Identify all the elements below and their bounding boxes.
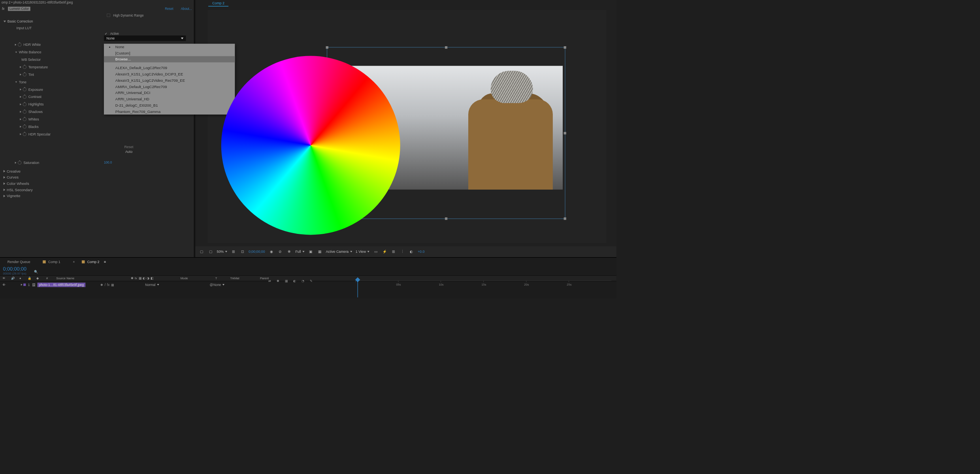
time-ruler[interactable]: 05s 10s 15s 20s 25s — [355, 280, 611, 288]
stopwatch-icon[interactable] — [23, 73, 26, 76]
lut-option[interactable]: AlexaV3_K1S1_LogC2Video_DCIP3_EE — [104, 71, 235, 77]
stopwatch-icon[interactable] — [18, 161, 21, 165]
fx-badge[interactable]: fx — [107, 283, 109, 286]
lut-option[interactable]: ARRI_Universal_DCI — [104, 90, 235, 96]
stopwatch-icon[interactable] — [23, 118, 26, 121]
section-curves[interactable]: Curves — [4, 174, 33, 181]
flowchart-icon[interactable]: ⋮ — [400, 250, 405, 254]
stopwatch-icon[interactable] — [23, 88, 26, 91]
reset-button[interactable]: Reset — [122, 144, 136, 149]
fx-icon[interactable]: fx — [135, 276, 137, 280]
lut-option[interactable]: AMIRA_Default_LogC2Rec709 — [104, 83, 235, 90]
resize-handle[interactable] — [326, 46, 328, 49]
effect-name-badge[interactable]: Lumetri Color — [8, 7, 30, 11]
parent-dropdown[interactable]: None — [213, 283, 243, 286]
hdr-checkbox[interactable] — [107, 14, 110, 17]
lut-option[interactable]: Phantom_Rec709_Gamma — [104, 108, 235, 115]
lock-icon[interactable]: 🔒 — [28, 276, 31, 280]
lut-option-browse[interactable]: Browse... — [104, 56, 235, 62]
frame-blend-icon[interactable]: ▦ — [139, 276, 141, 280]
graph-icon[interactable]: ◔ — [302, 279, 304, 282]
frame-blend-toggle[interactable]: ▦ — [111, 283, 114, 286]
eye-toggle[interactable]: 👁 — [2, 283, 6, 286]
saturation-value[interactable]: 100.0 — [104, 160, 112, 164]
lut-option[interactable]: ARRI_Universal_HD — [104, 96, 235, 102]
prop-blacks[interactable]: Blacks — [0, 123, 194, 130]
reset-exposure-icon[interactable]: ◐ — [409, 250, 414, 254]
mask-icon[interactable]: ⊡ — [239, 250, 245, 254]
stopwatch-icon[interactable] — [23, 110, 26, 114]
exposure-value[interactable]: +0.0 — [418, 250, 424, 254]
resize-handle[interactable] — [564, 132, 566, 134]
3d-icon[interactable]: ◧ — [151, 276, 153, 280]
stopwatch-icon[interactable] — [23, 65, 26, 69]
transparency-icon[interactable]: ▦ — [317, 250, 322, 254]
timeline-icon[interactable]: ⊞ — [391, 250, 396, 254]
screen-icon[interactable]: ▢ — [199, 250, 204, 254]
shy-icon[interactable]: ✱ — [131, 276, 133, 280]
timeline-timecode[interactable]: 0;00;00;00 — [1, 266, 26, 272]
current-time-indicator[interactable] — [356, 278, 359, 298]
monitor-icon[interactable]: ▢ — [208, 250, 213, 254]
grid-icon[interactable]: ⊞ — [231, 250, 236, 254]
tab-comp2[interactable]: × Comp 2 ≡ — [70, 258, 108, 265]
input-lut-dropdown[interactable]: None — [104, 36, 186, 41]
brainstorm-icon[interactable]: ✎ — [310, 279, 313, 282]
stopwatch-icon[interactable] — [23, 95, 26, 99]
stopwatch-icon[interactable] — [23, 103, 26, 106]
motion-blur-icon[interactable]: ◐ — [143, 276, 145, 280]
section-color-wheels[interactable]: Color Wheels — [4, 181, 33, 187]
resize-handle[interactable] — [445, 46, 447, 49]
label-icon[interactable]: ◆ — [36, 276, 41, 280]
about-link[interactable]: About... — [181, 7, 192, 10]
search-icon[interactable]: 🔍 — [34, 270, 38, 275]
resize-handle[interactable] — [564, 217, 566, 220]
resize-handle[interactable] — [564, 46, 566, 49]
tab-comp1[interactable]: Comp 1 — [40, 258, 63, 265]
stopwatch-icon[interactable] — [23, 132, 26, 136]
graph-editor-icon[interactable]: ⇄ — [268, 279, 271, 282]
section-hsl-secondary[interactable]: HSL Secondary — [4, 186, 33, 193]
prop-hdr-specular[interactable]: HDR Specular — [0, 130, 194, 138]
color-mgmt-icon[interactable]: ❋ — [286, 250, 292, 254]
lut-option-none[interactable]: None — [104, 44, 235, 50]
section-creative[interactable]: Creative — [4, 168, 33, 174]
prop-saturation[interactable]: Saturation — [0, 159, 39, 167]
pixel-aspect-icon[interactable]: ▭ — [373, 250, 379, 254]
fx-toggle[interactable]: / — [105, 283, 106, 286]
snapshot-icon[interactable]: ◉ — [268, 250, 274, 254]
lut-option[interactable]: ALEXA_Default_LogC2Rec709 — [104, 65, 235, 71]
lut-option[interactable]: AlexaV3_K1S1_LogC2Video_Rec709_EE — [104, 77, 235, 84]
current-timecode[interactable]: 0;00;00;00 — [249, 250, 265, 254]
channel-icon[interactable]: ⊘ — [277, 250, 283, 254]
section-vignette[interactable]: Vignette — [4, 193, 33, 199]
lut-option[interactable]: D-21_delogC_EI0200_B1 — [104, 102, 235, 109]
audio-icon[interactable]: 🔊 — [11, 276, 15, 280]
viewer-tab-comp2[interactable]: Comp 2 — [208, 0, 228, 6]
resolution-dropdown[interactable]: Full — [295, 250, 304, 254]
section-basic-correction[interactable]: Basic Correction — [0, 19, 194, 24]
stopwatch-icon[interactable] — [18, 43, 21, 47]
zoom-dropdown[interactable]: 50% — [217, 250, 227, 254]
frame-blend-icon[interactable]: ▦ — [285, 279, 288, 282]
shy-toggle-icon[interactable]: ✱ — [277, 279, 279, 282]
fast-preview-icon[interactable]: ⚡ — [382, 250, 387, 254]
resize-handle[interactable] — [445, 217, 447, 220]
lut-option-custom[interactable]: [Custom] — [104, 50, 235, 56]
motion-blur-icon[interactable]: ◐ — [293, 279, 296, 282]
shy-toggle[interactable]: ✱ — [100, 283, 103, 286]
auto-button[interactable]: Auto — [122, 149, 136, 154]
roi-icon[interactable]: ▣ — [308, 250, 313, 254]
adjustment-icon[interactable]: ◑ — [147, 276, 149, 280]
prop-whites[interactable]: Whites — [0, 115, 194, 123]
parent-pickwhip-icon[interactable]: @ — [210, 283, 213, 286]
active-checkbox[interactable]: ✓ — [105, 32, 107, 36]
mode-dropdown[interactable]: Normal — [145, 283, 175, 286]
tab-render-queue[interactable]: Render Queue — [5, 258, 33, 265]
views-dropdown[interactable]: 1 View — [356, 250, 369, 254]
layer-name[interactable]: photo-1…81-48f03fa45e9f.jpeg — [37, 282, 85, 287]
stopwatch-icon[interactable] — [23, 125, 26, 128]
eye-icon[interactable]: 👁 — [2, 276, 6, 280]
solo-icon[interactable]: ● — [19, 276, 23, 280]
camera-dropdown[interactable]: Active Camera — [326, 250, 352, 254]
